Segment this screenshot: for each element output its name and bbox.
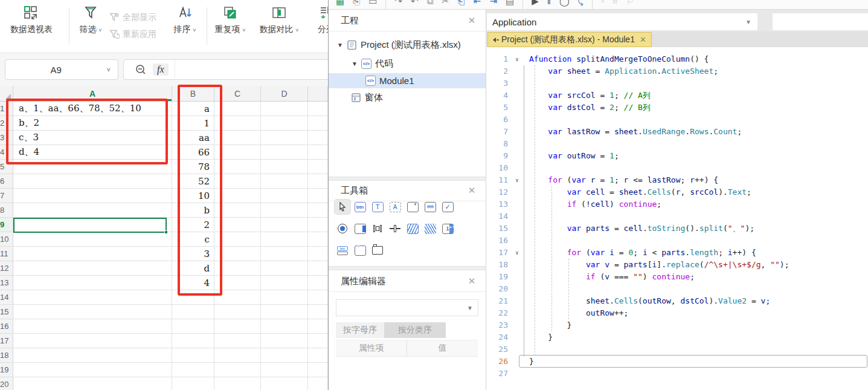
tree-item-form[interactable]: 窗体 bbox=[351, 90, 383, 105]
cell-B9[interactable]: 2 bbox=[172, 218, 214, 232]
code-line-2[interactable]: 2 var sheet = Application.ActiveSheet; bbox=[486, 65, 868, 77]
undo-icon[interactable]: ↶ bbox=[411, 0, 419, 7]
optionbutton-tool[interactable] bbox=[335, 221, 350, 236]
multipage-tool[interactable] bbox=[370, 243, 385, 258]
export-icon[interactable]: ⎘ bbox=[353, 0, 360, 7]
cut-icon[interactable]: ✂ bbox=[442, 0, 449, 7]
cell-B11[interactable]: 3 bbox=[172, 247, 214, 261]
code-line-8[interactable]: 8 bbox=[486, 138, 868, 150]
stop-icon[interactable]: ◯ bbox=[559, 0, 570, 7]
cell-A2[interactable]: b、2 bbox=[13, 116, 172, 131]
property-panel-close-icon[interactable]: ✕ bbox=[466, 276, 477, 287]
save-icon[interactable]: ▦ bbox=[336, 0, 344, 7]
row-header-20[interactable]: 20 bbox=[0, 377, 13, 390]
cell-B15[interactable] bbox=[172, 305, 214, 319]
row-header-13[interactable]: 13 bbox=[0, 276, 13, 290]
row-header-17[interactable]: 17 bbox=[0, 334, 13, 348]
formula-input[interactable] bbox=[175, 60, 331, 79]
code-line-20[interactable]: 20 bbox=[486, 283, 868, 295]
cell-E18[interactable] bbox=[308, 348, 328, 363]
sort-button[interactable]: 排序 ˅ bbox=[168, 5, 202, 35]
code-line-10[interactable]: 10 bbox=[486, 162, 868, 174]
cell-C20[interactable] bbox=[214, 377, 261, 390]
cell-B10[interactable]: c bbox=[172, 232, 214, 247]
cell-D20[interactable] bbox=[261, 377, 308, 390]
cell-A5[interactable] bbox=[13, 160, 172, 174]
breakpoint-icon[interactable]: ▫ bbox=[601, 0, 604, 6]
fold-caret-icon[interactable]: ∨ bbox=[513, 247, 521, 259]
cell-A4[interactable]: d、4 bbox=[13, 145, 172, 160]
cell-A20[interactable] bbox=[13, 377, 172, 390]
cell-D12[interactable] bbox=[261, 261, 308, 276]
cell-A19[interactable] bbox=[13, 363, 172, 377]
row-header-6[interactable]: 6 bbox=[0, 174, 13, 189]
cell-E5[interactable] bbox=[308, 160, 328, 174]
cell-E3[interactable] bbox=[308, 131, 328, 145]
code-line-11[interactable]: 11∨ for (var r = 1; r <= lastRow; r++) { bbox=[486, 174, 868, 186]
cell-E16[interactable] bbox=[308, 319, 328, 334]
cell-D5[interactable] bbox=[261, 160, 308, 174]
indent-right-icon[interactable]: ⇥ bbox=[489, 0, 497, 7]
commandbutton-tool[interactable]: btn bbox=[335, 243, 350, 258]
code-line-1[interactable]: 1∨Afunction splitAndMergeToOneColumn() { bbox=[486, 53, 868, 65]
code-line-9[interactable]: 9 var outRow = 1; bbox=[486, 150, 868, 162]
code-line-18[interactable]: 18 var v = parts[i].replace(/^\s+|\s+$/g… bbox=[486, 259, 868, 271]
code-line-3[interactable]: 3 bbox=[486, 77, 868, 89]
code-line-15[interactable]: 15 var parts = cell.toString().split("、"… bbox=[486, 223, 868, 235]
cell-C18[interactable] bbox=[214, 348, 261, 363]
search-minus-icon[interactable] bbox=[135, 63, 147, 76]
cell-C4[interactable] bbox=[214, 145, 261, 160]
code-line-14[interactable]: 14 bbox=[486, 210, 868, 223]
watch-icon[interactable]: ⌗ bbox=[612, 0, 617, 7]
cell-B7[interactable]: 10 bbox=[172, 189, 214, 203]
code-line-16[interactable]: 16 bbox=[486, 235, 868, 247]
cell-D8[interactable] bbox=[261, 203, 308, 218]
cell-B19[interactable] bbox=[172, 363, 214, 377]
cell-B2[interactable]: 1 bbox=[172, 116, 214, 131]
hscroll-tool[interactable] bbox=[370, 221, 385, 236]
code-line-21[interactable]: 21 sheet.Cells(outRow, dstCol).Value2 = … bbox=[486, 295, 868, 307]
window-icon[interactable]: ▭ bbox=[368, 0, 377, 7]
cell-D15[interactable] bbox=[261, 305, 308, 319]
step-icon[interactable]: ⤹ bbox=[578, 0, 583, 7]
fill-handle[interactable] bbox=[164, 230, 168, 234]
cell-D9[interactable] bbox=[261, 218, 308, 232]
cell-D16[interactable] bbox=[261, 319, 308, 334]
fold-caret-icon[interactable]: ∨ bbox=[513, 53, 521, 65]
frame-tool[interactable]: xyz bbox=[352, 243, 368, 258]
pivot-table-button[interactable]: 数据透视表 bbox=[4, 5, 59, 35]
checkbox-tool[interactable]: ✓ bbox=[440, 200, 455, 214]
tab-close-icon[interactable]: ✕ bbox=[640, 35, 646, 44]
cell-B3[interactable]: aa bbox=[172, 131, 214, 145]
run-icon[interactable]: ▶ bbox=[532, 0, 539, 7]
cell-C8[interactable] bbox=[214, 203, 261, 218]
row-header-15[interactable]: 15 bbox=[0, 305, 13, 319]
cell-C2[interactable] bbox=[214, 116, 261, 131]
cell-C12[interactable] bbox=[214, 261, 261, 276]
code-line-24[interactable]: 24 } bbox=[486, 331, 868, 343]
data-compare-button[interactable]: 数据对比 ˅ bbox=[256, 5, 302, 35]
cell-D10[interactable] bbox=[261, 232, 308, 247]
object-dropdown[interactable]: Application ▼ bbox=[487, 13, 757, 30]
insert-function-icon[interactable]: fx bbox=[153, 63, 169, 76]
row-header-9[interactable]: 9 bbox=[0, 218, 13, 232]
cell-C3[interactable] bbox=[214, 131, 261, 145]
redo-icon[interactable]: ↷ bbox=[394, 0, 402, 7]
row-header-1[interactable]: 1 bbox=[0, 102, 13, 116]
cell-D3[interactable] bbox=[261, 131, 308, 145]
code-line-4[interactable]: 4 var srcCol = 1; // A列 bbox=[486, 89, 868, 102]
cell-C6[interactable] bbox=[214, 174, 261, 189]
cell-B18[interactable] bbox=[172, 348, 214, 363]
code-line-25[interactable]: 25 bbox=[486, 343, 868, 356]
cell-B14[interactable] bbox=[172, 290, 214, 305]
code-line-13[interactable]: 13 if (!cell) continue; bbox=[486, 198, 868, 210]
cell-C19[interactable] bbox=[214, 363, 261, 377]
button-tool[interactable]: btn bbox=[352, 200, 368, 214]
cell-B5[interactable]: 78 bbox=[172, 160, 214, 174]
cell-C7[interactable] bbox=[214, 189, 261, 203]
cell-D14[interactable] bbox=[261, 290, 308, 305]
cell-B13[interactable]: 4 bbox=[172, 276, 214, 290]
cell-E10[interactable] bbox=[308, 232, 328, 247]
cell-A17[interactable] bbox=[13, 334, 172, 348]
cell-B16[interactable] bbox=[172, 319, 214, 334]
